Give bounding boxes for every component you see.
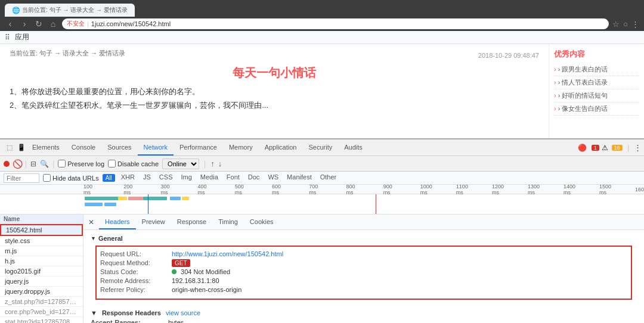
tab-audits[interactable]: Audits (338, 139, 369, 156)
download-icon[interactable]: ↓ (218, 159, 222, 168)
file-item-1[interactable]: style.css (0, 236, 83, 246)
clear-button[interactable]: 🚫 (13, 160, 21, 168)
menu-icon[interactable]: ⋮ (631, 20, 639, 29)
status-dot-icon (172, 269, 177, 274)
record-button[interactable] (4, 161, 10, 167)
tab-network[interactable]: Network (138, 139, 174, 156)
response-headers-title: ▼ Response Headers view source (91, 309, 637, 316)
remote-address-value: 192.168.31.1:80 (172, 277, 219, 284)
tab-favicon: 🌐 (12, 7, 20, 14)
file-item-3[interactable]: h.js (0, 256, 83, 266)
referrer-policy-value: origin-when-cross-origin (172, 286, 242, 293)
disable-cache-checkbox-label[interactable]: Disable cache (108, 160, 159, 167)
forward-button[interactable]: › (19, 19, 30, 29)
search-icon[interactable]: 🔍 (40, 160, 49, 168)
filter-ws-btn[interactable]: WS (265, 173, 281, 183)
filter-font-btn[interactable]: Font (224, 173, 242, 183)
hide-data-urls-checkbox[interactable] (43, 174, 51, 182)
file-item-8[interactable]: core.php?web_id=12785708... (0, 307, 83, 317)
filter-toggle-icon[interactable]: ⊟ (30, 160, 36, 168)
filter-input[interactable] (4, 173, 39, 183)
tab-console[interactable]: Console (66, 139, 101, 156)
back-button[interactable]: ‹ (5, 19, 16, 29)
divider-3: | (52, 160, 54, 168)
detail-tab-cookies[interactable]: Cookies (244, 215, 280, 229)
throttle-select[interactable]: Online (162, 159, 199, 169)
tl-bar-6 (143, 197, 167, 200)
site-content-1: 1、将你放进我心里最重要的位置，用心来刻你的名字。 (10, 85, 539, 98)
apps-grid-icon: ⠿ (5, 33, 10, 42)
file-item-7[interactable]: z_stat.php?id=1278570834&... (0, 297, 83, 307)
filter-js-btn[interactable]: JS (141, 173, 153, 183)
file-item-9[interactable]: stat.htm?id=1278570834&r=h... (0, 317, 83, 323)
detail-tab-response[interactable]: Response (171, 215, 213, 229)
tab-elements[interactable]: Elements (26, 139, 66, 156)
timeline-ruler: 100 ms 200 ms 300 ms 400 ms 500 ms 600 m… (0, 185, 644, 194)
mark-700ms: 700 ms (309, 185, 318, 195)
hide-data-urls-label[interactable]: Hide data URLs (43, 174, 99, 182)
filter-manifest-btn[interactable]: Manifest (284, 173, 314, 183)
tab-sources[interactable]: Sources (101, 139, 137, 156)
file-item-6[interactable]: jquery.droppy.js (0, 287, 83, 297)
upload-icon[interactable]: ↑ (210, 159, 215, 168)
timestamp: 2018-10-29 09:48:47 (478, 52, 539, 59)
tab-application[interactable]: Application (259, 139, 303, 156)
detail-tab-timing[interactable]: Timing (212, 215, 244, 229)
filter-all-btn[interactable]: All (103, 174, 115, 182)
address-bar[interactable]: 不安全 | 1juzi.com/new/150542.html (62, 18, 609, 29)
preserve-log-checkbox-label[interactable]: Preserve log (58, 160, 104, 167)
sidebar-item-3[interactable]: › 像女生告白的话 (554, 103, 639, 116)
general-section: ▼ General Request URL: http://www.1juzi.… (83, 230, 644, 307)
active-tab[interactable]: 🌐 当前位置: 句子 → 语录大全 → 爱情话录 (5, 4, 135, 17)
site-page-title: 每天一句小情话 (10, 65, 539, 81)
tab-security[interactable]: Security (302, 139, 338, 156)
preserve-log-label: Preserve log (67, 160, 104, 167)
view-source-link[interactable]: view source (166, 309, 200, 316)
filter-doc-btn[interactable]: Doc (246, 173, 262, 183)
file-item-2[interactable]: m.js (0, 246, 83, 256)
sidebar-item-1[interactable]: › 情人节表白话录 (554, 76, 639, 89)
filter-img-btn[interactable]: Img (178, 173, 194, 183)
file-item-0[interactable]: 150542.html (0, 224, 83, 236)
mark-1300ms: 1300 ms (528, 185, 540, 195)
filter-css-btn[interactable]: CSS (157, 173, 175, 183)
detail-tab-headers[interactable]: Headers (99, 215, 136, 229)
detail-tab-preview[interactable]: Preview (136, 215, 171, 229)
tl-bar-4 (118, 197, 127, 200)
status-code-text: 304 Not Modified (181, 268, 230, 275)
tl-bar-3 (104, 203, 116, 206)
details-tab-bar: ✕ Headers Preview Response Timing Cookie… (83, 215, 644, 230)
filter-media-btn[interactable]: Media (198, 173, 221, 183)
tab-memory[interactable]: Memory (223, 139, 259, 156)
request-details-panel: ✕ Headers Preview Response Timing Cookie… (83, 215, 644, 323)
mark-1500ms: 1500 ms (599, 185, 611, 195)
mark-100ms: 100 ms (83, 185, 92, 195)
general-section-header[interactable]: ▼ General (91, 235, 637, 242)
device-toggle-icon[interactable]: 📱 (17, 143, 26, 153)
sidebar-item-0[interactable]: › 跟男生表白的话 (554, 63, 639, 76)
file-item-5[interactable]: jquery.js (0, 277, 83, 287)
website-content: 当前位置: 句子 → 语录大全 → 爱情话录 2018-10-29 09:48:… (0, 44, 549, 138)
close-details-button[interactable]: ✕ (88, 218, 94, 226)
profile-icon[interactable]: ○ (623, 20, 628, 29)
disable-cache-checkbox[interactable] (108, 160, 116, 167)
filter-other-btn[interactable]: Other (318, 173, 339, 183)
network-toolbar: 🚫 | ⊟ 🔍 | Preserve log Disable cache Onl… (0, 156, 644, 172)
refresh-button[interactable]: ↻ (33, 19, 44, 29)
request-url-link[interactable]: http://www.1juzi.com/new/150542.html (172, 250, 283, 257)
toolbar-right: ☆ ○ ⋮ (612, 20, 639, 29)
mark-1100ms: 1100 ms (456, 185, 468, 195)
filter-xhr-btn[interactable]: XHR (119, 173, 137, 183)
bookmark-icon[interactable]: ☆ (612, 20, 620, 29)
preserve-log-checkbox[interactable] (58, 160, 66, 167)
request-method-row: Request Method: GET (100, 259, 627, 266)
tab-performance[interactable]: Performance (174, 139, 223, 156)
request-url-value: http://www.1juzi.com/new/150542.html (172, 250, 283, 257)
file-item-4[interactable]: logo2015.gif (0, 266, 83, 277)
inspect-element-icon[interactable]: ⬚ (5, 143, 14, 153)
devtools-settings-icon[interactable]: ⋮ (634, 143, 642, 152)
sidebar-item-2[interactable]: › 好听的情话短句 (554, 89, 639, 103)
home-button[interactable]: ⌂ (48, 19, 58, 29)
request-method-value: GET (172, 259, 190, 266)
mark-300ms: 300 ms (160, 185, 169, 195)
